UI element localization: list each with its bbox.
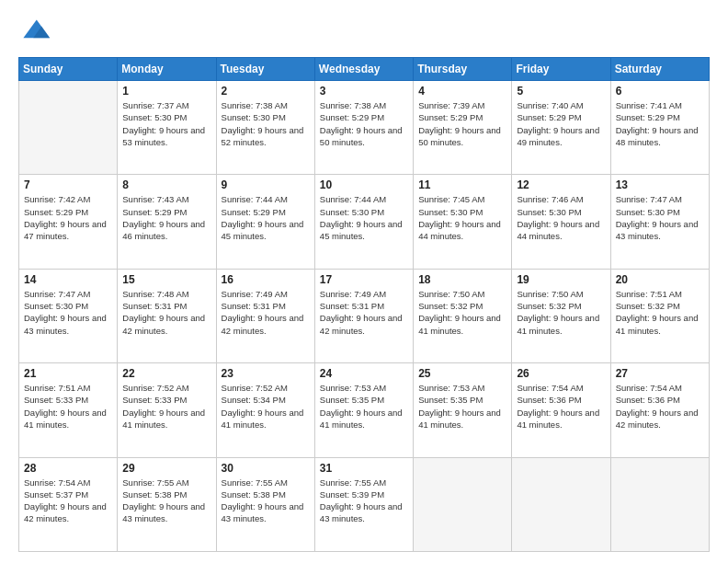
calendar-cell: 21 Sunrise: 7:51 AMSunset: 5:33 PMDaylig… xyxy=(19,363,118,457)
calendar-cell: 11 Sunrise: 7:45 AMSunset: 5:30 PMDaylig… xyxy=(414,175,512,269)
day-info: Sunrise: 7:41 AMSunset: 5:29 PMDaylight:… xyxy=(616,99,704,148)
day-number: 29 xyxy=(122,462,210,475)
calendar-cell xyxy=(512,457,610,551)
calendar-cell: 22 Sunrise: 7:52 AMSunset: 5:33 PMDaylig… xyxy=(118,363,216,457)
day-info: Sunrise: 7:55 AMSunset: 5:39 PMDaylight:… xyxy=(320,477,408,525)
day-info: Sunrise: 7:51 AMSunset: 5:33 PMDaylight:… xyxy=(24,382,112,431)
calendar-cell: 17 Sunrise: 7:49 AMSunset: 5:31 PMDaylig… xyxy=(314,269,413,362)
day-info: Sunrise: 7:52 AMSunset: 5:34 PMDaylight:… xyxy=(222,382,310,431)
day-number: 18 xyxy=(418,273,506,286)
calendar-cell: 24 Sunrise: 7:53 AMSunset: 5:35 PMDaylig… xyxy=(314,363,413,457)
calendar-header-row: SundayMondayTuesdayWednesdayThursdayFrid… xyxy=(19,58,710,81)
day-number: 2 xyxy=(222,85,310,98)
day-number: 30 xyxy=(222,462,310,475)
calendar-cell: 19 Sunrise: 7:50 AMSunset: 5:32 PMDaylig… xyxy=(512,269,610,362)
logo-icon xyxy=(18,15,51,48)
calendar-week-4: 28 Sunrise: 7:54 AMSunset: 5:37 PMDaylig… xyxy=(19,457,710,551)
day-info: Sunrise: 7:47 AMSunset: 5:30 PMDaylight:… xyxy=(616,193,704,242)
day-number: 20 xyxy=(616,273,704,286)
calendar: SundayMondayTuesdayWednesdayThursdayFrid… xyxy=(18,57,710,552)
day-info: Sunrise: 7:39 AMSunset: 5:29 PMDaylight:… xyxy=(418,99,506,148)
day-number: 17 xyxy=(320,273,408,286)
day-info: Sunrise: 7:45 AMSunset: 5:30 PMDaylight:… xyxy=(418,193,506,242)
calendar-cell: 6 Sunrise: 7:41 AMSunset: 5:29 PMDayligh… xyxy=(610,81,709,175)
day-number: 28 xyxy=(24,462,112,475)
day-number: 22 xyxy=(122,367,210,380)
calendar-week-1: 7 Sunrise: 7:42 AMSunset: 5:29 PMDayligh… xyxy=(19,175,710,269)
calendar-cell: 9 Sunrise: 7:44 AMSunset: 5:29 PMDayligh… xyxy=(216,175,314,269)
day-info: Sunrise: 7:50 AMSunset: 5:32 PMDaylight:… xyxy=(517,288,605,337)
day-info: Sunrise: 7:40 AMSunset: 5:29 PMDaylight:… xyxy=(517,99,605,148)
day-number: 23 xyxy=(222,367,310,380)
calendar-cell: 27 Sunrise: 7:54 AMSunset: 5:36 PMDaylig… xyxy=(610,363,709,457)
day-info: Sunrise: 7:54 AMSunset: 5:36 PMDaylight:… xyxy=(517,382,605,431)
day-info: Sunrise: 7:53 AMSunset: 5:35 PMDaylight:… xyxy=(418,382,506,431)
calendar-cell: 20 Sunrise: 7:51 AMSunset: 5:32 PMDaylig… xyxy=(610,269,709,362)
calendar-cell: 15 Sunrise: 7:48 AMSunset: 5:31 PMDaylig… xyxy=(118,269,216,362)
day-number: 5 xyxy=(517,85,605,98)
calendar-cell: 5 Sunrise: 7:40 AMSunset: 5:29 PMDayligh… xyxy=(512,81,610,175)
calendar-cell: 23 Sunrise: 7:52 AMSunset: 5:34 PMDaylig… xyxy=(216,363,314,457)
header xyxy=(18,15,710,48)
day-number: 6 xyxy=(616,85,704,98)
day-info: Sunrise: 7:38 AMSunset: 5:29 PMDaylight:… xyxy=(320,99,408,148)
calendar-cell: 26 Sunrise: 7:54 AMSunset: 5:36 PMDaylig… xyxy=(512,363,610,457)
day-info: Sunrise: 7:54 AMSunset: 5:36 PMDaylight:… xyxy=(616,382,704,431)
calendar-cell xyxy=(19,81,118,175)
calendar-cell: 29 Sunrise: 7:55 AMSunset: 5:38 PMDaylig… xyxy=(118,457,216,551)
day-number: 3 xyxy=(320,85,408,98)
day-number: 7 xyxy=(24,178,112,191)
calendar-cell: 12 Sunrise: 7:46 AMSunset: 5:30 PMDaylig… xyxy=(512,175,610,269)
day-info: Sunrise: 7:44 AMSunset: 5:30 PMDaylight:… xyxy=(320,193,408,242)
day-number: 14 xyxy=(24,273,112,286)
day-number: 15 xyxy=(122,273,210,286)
calendar-cell: 13 Sunrise: 7:47 AMSunset: 5:30 PMDaylig… xyxy=(610,175,709,269)
calendar-cell: 10 Sunrise: 7:44 AMSunset: 5:30 PMDaylig… xyxy=(314,175,413,269)
day-info: Sunrise: 7:38 AMSunset: 5:30 PMDaylight:… xyxy=(222,99,310,148)
calendar-cell: 4 Sunrise: 7:39 AMSunset: 5:29 PMDayligh… xyxy=(414,81,512,175)
day-info: Sunrise: 7:46 AMSunset: 5:30 PMDaylight:… xyxy=(517,193,605,242)
calendar-week-3: 21 Sunrise: 7:51 AMSunset: 5:33 PMDaylig… xyxy=(19,363,710,457)
day-number: 8 xyxy=(122,178,210,191)
day-info: Sunrise: 7:52 AMSunset: 5:33 PMDaylight:… xyxy=(122,382,210,431)
calendar-cell: 1 Sunrise: 7:37 AMSunset: 5:30 PMDayligh… xyxy=(118,81,216,175)
day-info: Sunrise: 7:53 AMSunset: 5:35 PMDaylight:… xyxy=(320,382,408,431)
calendar-header-friday: Friday xyxy=(512,58,610,81)
day-info: Sunrise: 7:51 AMSunset: 5:32 PMDaylight:… xyxy=(616,288,704,337)
day-number: 12 xyxy=(517,178,605,191)
day-info: Sunrise: 7:44 AMSunset: 5:29 PMDaylight:… xyxy=(222,193,310,242)
calendar-header-monday: Monday xyxy=(118,58,216,81)
day-number: 31 xyxy=(320,462,408,475)
calendar-header-saturday: Saturday xyxy=(610,58,709,81)
calendar-week-2: 14 Sunrise: 7:47 AMSunset: 5:30 PMDaylig… xyxy=(19,269,710,362)
logo xyxy=(18,15,57,48)
calendar-cell: 3 Sunrise: 7:38 AMSunset: 5:29 PMDayligh… xyxy=(314,81,413,175)
calendar-cell: 28 Sunrise: 7:54 AMSunset: 5:37 PMDaylig… xyxy=(19,457,118,551)
day-info: Sunrise: 7:49 AMSunset: 5:31 PMDaylight:… xyxy=(222,288,310,337)
calendar-cell: 30 Sunrise: 7:55 AMSunset: 5:38 PMDaylig… xyxy=(216,457,314,551)
calendar-cell: 31 Sunrise: 7:55 AMSunset: 5:39 PMDaylig… xyxy=(314,457,413,551)
calendar-header-tuesday: Tuesday xyxy=(216,58,314,81)
day-number: 1 xyxy=(122,85,210,98)
calendar-cell xyxy=(414,457,512,551)
day-number: 24 xyxy=(320,367,408,380)
day-number: 27 xyxy=(616,367,704,380)
day-info: Sunrise: 7:54 AMSunset: 5:37 PMDaylight:… xyxy=(24,477,112,525)
day-info: Sunrise: 7:55 AMSunset: 5:38 PMDaylight:… xyxy=(122,477,210,525)
page: SundayMondayTuesdayWednesdayThursdayFrid… xyxy=(0,0,728,563)
calendar-week-0: 1 Sunrise: 7:37 AMSunset: 5:30 PMDayligh… xyxy=(19,81,710,175)
calendar-cell: 2 Sunrise: 7:38 AMSunset: 5:30 PMDayligh… xyxy=(216,81,314,175)
calendar-header-wednesday: Wednesday xyxy=(314,58,413,81)
calendar-cell: 14 Sunrise: 7:47 AMSunset: 5:30 PMDaylig… xyxy=(19,269,118,362)
day-number: 21 xyxy=(24,367,112,380)
day-number: 11 xyxy=(418,178,506,191)
calendar-cell: 16 Sunrise: 7:49 AMSunset: 5:31 PMDaylig… xyxy=(216,269,314,362)
day-number: 16 xyxy=(222,273,310,286)
day-info: Sunrise: 7:42 AMSunset: 5:29 PMDaylight:… xyxy=(24,193,112,242)
calendar-cell: 25 Sunrise: 7:53 AMSunset: 5:35 PMDaylig… xyxy=(414,363,512,457)
day-number: 10 xyxy=(320,178,408,191)
day-number: 25 xyxy=(418,367,506,380)
day-info: Sunrise: 7:47 AMSunset: 5:30 PMDaylight:… xyxy=(24,288,112,337)
calendar-cell: 8 Sunrise: 7:43 AMSunset: 5:29 PMDayligh… xyxy=(118,175,216,269)
day-number: 13 xyxy=(616,178,704,191)
